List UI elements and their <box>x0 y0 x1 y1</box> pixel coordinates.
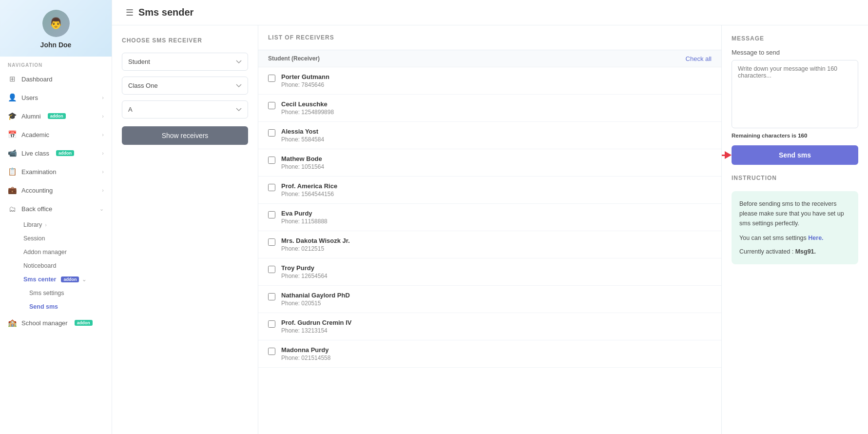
send-sms-wrapper: Send sms <box>732 145 858 165</box>
sidebar-item-accounting[interactable]: 💼 Accounting › <box>0 181 112 199</box>
instruction-text1: Before sending sms to the receivers plea… <box>739 199 850 228</box>
receiver-checkbox[interactable] <box>268 102 275 109</box>
chevron-right-icon: › <box>102 95 104 100</box>
sidebar-header: 👨 John Doe <box>0 0 112 57</box>
sidebar: 👨 John Doe NAVIGATION ⊞ Dashboard 👤 User… <box>0 0 112 434</box>
arrow-indicator <box>722 151 732 159</box>
alumni-icon: 🎓 <box>8 112 17 120</box>
receiver-item: Porter Gutmann Phone: 7845646 <box>258 67 721 95</box>
receiver-item: Madonna Purdy Phone: 021514558 <box>258 340 721 368</box>
sidebar-item-label: Noticeboard <box>23 262 56 269</box>
page-header: ☰ Sms sender <box>112 0 868 25</box>
user-name: John Doe <box>40 41 72 49</box>
receiver-item: Troy Purdy Phone: 12654564 <box>258 258 721 286</box>
sidebar-item-label: Send sms <box>29 303 58 310</box>
receiver-name: Mrs. Dakota Wisozk Jr. <box>281 237 350 244</box>
instruction-link[interactable]: Here. <box>808 235 823 241</box>
sidebar-item-send-sms[interactable]: Send sms <box>16 300 112 314</box>
message-textarea[interactable] <box>732 60 858 128</box>
check-all-button[interactable]: Check all <box>686 55 712 62</box>
section-select[interactable]: A B C <box>122 100 248 118</box>
receiver-type-select[interactable]: Student Teacher Parent <box>122 53 248 71</box>
main-content: ☰ Sms sender CHOOSE SMS RECEIVER Student… <box>112 0 868 434</box>
receiver-phone: Phone: 11158888 <box>281 218 328 225</box>
receiver-checkbox[interactable] <box>268 266 275 273</box>
liveclass-badge: addon <box>56 150 74 156</box>
sidebar-item-label: Live class <box>21 150 49 157</box>
receiver-phone: Phone: 1254899898 <box>281 109 334 116</box>
receiver-checkbox[interactable] <box>268 211 275 218</box>
sidebar-item-school-manager[interactable]: 🏫 School manager addon <box>0 314 112 332</box>
receivers-header: LIST OF RECEIVERS <box>258 25 721 50</box>
sidebar-item-sms-center[interactable]: Sms center addon ⌄ <box>16 273 112 286</box>
receiver-item: Nathanial Gaylord PhD Phone: 020515 <box>258 286 721 313</box>
receiver-checkbox[interactable] <box>268 129 275 137</box>
message-label: Message to send <box>732 49 858 56</box>
dashboard-icon: ⊞ <box>8 75 17 83</box>
sidebar-item-sms-settings[interactable]: Sms settings <box>16 286 112 300</box>
alumni-badge: addon <box>48 113 66 119</box>
chevron-down-icon: ⌄ <box>82 276 86 283</box>
liveclass-icon: 📹 <box>8 149 17 158</box>
sidebar-item-alumni[interactable]: 🎓 Alumni addon › <box>0 107 112 125</box>
receiver-phone: Phone: 13213154 <box>281 327 351 334</box>
users-icon: 👤 <box>8 93 17 102</box>
chevron-right-icon: › <box>102 113 104 119</box>
receiver-name: Mathew Bode <box>281 155 324 162</box>
receiver-checkbox[interactable] <box>268 238 275 246</box>
receiver-phone: Phone: 021514558 <box>281 355 330 361</box>
arrow-head <box>725 151 732 159</box>
receiver-name: Troy Purdy <box>281 264 328 272</box>
send-sms-button[interactable]: Send sms <box>732 145 858 165</box>
receiver-phone: Phone: 1564544156 <box>281 191 337 197</box>
sidebar-item-session[interactable]: Session <box>16 232 112 245</box>
sidebar-item-label: Users <box>21 94 38 101</box>
sidebar-item-liveclass[interactable]: 📹 Live class addon › <box>0 144 112 162</box>
sidebar-item-library[interactable]: Library › <box>16 218 112 232</box>
receiver-checkbox[interactable] <box>268 184 275 191</box>
message-panel: MESSAGE Message to send Remaining charac… <box>722 25 868 434</box>
sidebar-item-academic[interactable]: 📅 Academic › <box>0 125 112 144</box>
sidebar-item-label: Academic <box>21 131 49 138</box>
sidebar-item-label: School manager <box>21 319 68 327</box>
list-icon: ☰ <box>126 7 134 18</box>
show-receivers-button[interactable]: Show receivers <box>122 126 248 145</box>
sidebar-item-label: Addon manager <box>23 249 67 256</box>
receiver-name: Prof. America Rice <box>281 182 337 190</box>
sidebar-item-label: Alumni <box>21 113 41 120</box>
chevron-down-icon: ⌄ <box>99 206 104 212</box>
receiver-name: Madonna Purdy <box>281 346 330 354</box>
sidebar-item-examination[interactable]: 📋 Examination › <box>0 162 112 181</box>
receiver-name: Nathanial Gaylord PhD <box>281 292 350 299</box>
receiver-name: Porter Gutmann <box>281 73 329 80</box>
receiver-item: Alessia Yost Phone: 5584584 <box>258 122 721 149</box>
sidebar-item-addon-manager[interactable]: Addon manager <box>16 245 112 259</box>
receiver-checkbox[interactable] <box>268 293 275 300</box>
backoffice-submenu: Library › Session Addon manager Noticebo… <box>0 218 112 314</box>
receiver-checkbox[interactable] <box>268 75 275 82</box>
sidebar-item-dashboard[interactable]: ⊞ Dashboard <box>0 70 112 88</box>
class-select[interactable]: Class One Class Two Class Three <box>122 77 248 95</box>
sidebar-item-noticeboard[interactable]: Noticeboard <box>16 259 112 273</box>
instruction-title: INSTRUCTION <box>732 175 858 181</box>
sidebar-item-backoffice[interactable]: 🗂 Back office ⌄ <box>0 199 112 218</box>
receiver-phone: Phone: 0212515 <box>281 245 350 252</box>
receiver-name: Alessia Yost <box>281 128 324 135</box>
receiver-checkbox[interactable] <box>268 157 275 164</box>
receiver-item: Mrs. Dakota Wisozk Jr. Phone: 0212515 <box>258 231 721 258</box>
chevron-right-icon: › <box>102 132 104 138</box>
smscenter-badge: addon <box>61 276 79 282</box>
chevron-right-icon: › <box>102 169 104 175</box>
school-icon: 🏫 <box>8 318 17 327</box>
receiver-phone: Phone: 7845646 <box>281 81 329 88</box>
receiver-checkbox[interactable] <box>268 348 275 355</box>
page-title: Sms sender <box>138 7 193 18</box>
receiver-item: Mathew Bode Phone: 1051564 <box>258 149 721 177</box>
activated-value: Msg91. <box>795 248 816 255</box>
receiver-item: Eva Purdy Phone: 11158888 <box>258 204 721 231</box>
sidebar-item-users[interactable]: 👤 Users › <box>0 88 112 107</box>
receiver-name: Prof. Gudrun Cremin IV <box>281 319 351 326</box>
nav-section-label: NAVIGATION <box>0 57 112 70</box>
receiver-name: Cecil Leuschke <box>281 100 334 108</box>
receiver-checkbox[interactable] <box>268 320 275 328</box>
